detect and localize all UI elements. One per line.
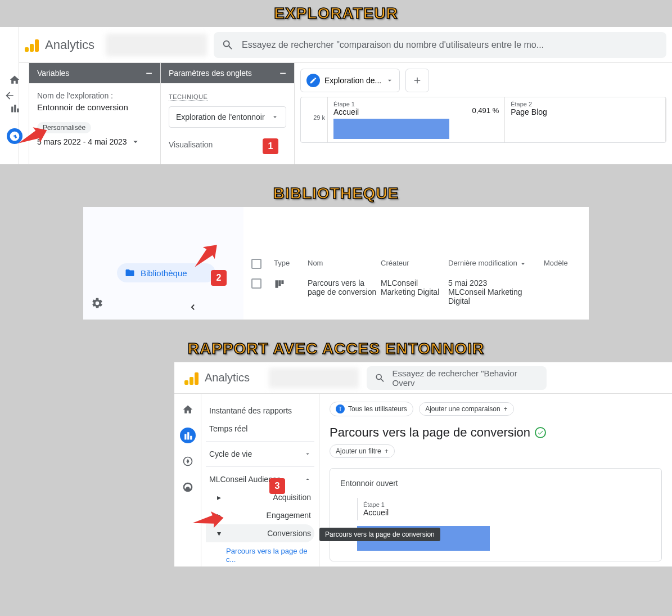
col-type[interactable]: Type [274, 259, 308, 271]
app-name: Analytics [205, 371, 250, 384]
search-input[interactable]: Essayez de rechercher "comparaison du no… [214, 32, 666, 58]
chevron-left-icon [187, 302, 199, 313]
search-placeholder: Essayez de rechercher "Behavior Overv [393, 368, 539, 388]
nav-reports[interactable] [180, 428, 196, 443]
nav-home[interactable] [7, 72, 22, 88]
pill-add-filter[interactable]: Ajouter un filtre+ [330, 444, 395, 458]
search-placeholder: Essayez de rechercher "comparaison du no… [242, 40, 544, 50]
col-modified[interactable]: Dernière modification [448, 259, 544, 271]
gear-icon [91, 297, 103, 309]
settings-button[interactable] [91, 297, 103, 312]
funnel-yaxis: 29 k [301, 97, 328, 142]
section-title-bibliotheque: BIBLIOTHEQUE [0, 180, 672, 207]
variables-header[interactable]: Variables− [29, 63, 160, 83]
minimize-icon[interactable]: − [279, 70, 286, 76]
edit-icon [306, 74, 320, 87]
reports-menu: Instantané des rapports Temps réel Cycle… [201, 394, 319, 566]
target-icon [182, 482, 193, 493]
funnel-step-1[interactable]: Étape 1 Accueil 0,491 % [328, 97, 505, 142]
verified-icon [535, 427, 546, 438]
report-title: Parcours vers la page de conversion [330, 425, 662, 440]
row-modified: 5 mai 2023MLConseil Marketing Digital [448, 278, 544, 305]
folder-icon [125, 268, 135, 278]
account-selector-blurred[interactable] [106, 34, 207, 56]
col-name[interactable]: Nom [308, 259, 381, 271]
funnel-step-1[interactable]: Étape 1 Accueil [357, 498, 651, 520]
menu-realtime[interactable]: Temps réel [206, 420, 314, 438]
technique-label: TECHNIQUE [169, 93, 208, 101]
menu-snapshot[interactable]: Instantané des rapports [206, 402, 314, 420]
menu-lifecycle[interactable]: Cycle de vie [206, 445, 314, 463]
home-icon [9, 74, 20, 86]
library-main: +Créer u Type Nom Créateur Dernière modi… [243, 207, 589, 320]
pill-all-users[interactable]: TTous les utilisateurs [330, 402, 413, 416]
t-badge-icon: T [336, 404, 345, 413]
library-sidebar: Bibliothèque 2 [83, 207, 243, 320]
funnel-chart: 29 k Étape 1 Accueil 0,491 % Étape 2 Pag… [300, 97, 666, 143]
menu-parcours[interactable]: Parcours vers la page de c... [206, 542, 314, 566]
row-name: Parcours vers la page de conversion [308, 278, 381, 305]
plus-icon: + [504, 405, 508, 413]
nav-explore[interactable] [180, 453, 196, 469]
chevron-down-icon [386, 77, 394, 84]
technique-dropdown[interactable]: Exploration de l'entonnoir [169, 106, 286, 128]
col-model[interactable]: Modèle [544, 259, 589, 271]
plus-icon: + [385, 447, 389, 455]
nav-advertising[interactable] [180, 479, 196, 495]
exploration-name-label: Nom de l'exploration : [37, 91, 152, 100]
collapse-button[interactable] [187, 302, 199, 315]
section-title-rapport: RAPPORT AVEC ACCES ENTONNOIR [0, 335, 672, 362]
minimize-icon[interactable]: − [146, 70, 152, 76]
arrow-down-icon [519, 260, 527, 268]
nav-home[interactable] [180, 402, 196, 417]
funnel-step-2[interactable]: Étape 2 Page Blog [505, 97, 666, 142]
row-creator: MLConseil Marketing Digital [381, 278, 448, 305]
tooltip: Parcours vers la page de conversion [319, 528, 440, 541]
variables-panel: Variables− Nom de l'exploration : Entonn… [29, 63, 161, 164]
pill-add-comparison[interactable]: Ajouter une comparaison+ [419, 402, 513, 416]
panel-bibliotheque: Bibliothèque 2 +Créer u Type Nom Créateu… [83, 207, 589, 320]
funnel-card-title: Entonnoir ouvert [340, 479, 651, 488]
chevron-down-icon [130, 137, 141, 147]
col-creator[interactable]: Créateur [381, 259, 448, 271]
app-name: Analytics [45, 38, 94, 52]
left-nav [0, 63, 29, 164]
chevron-down-icon [271, 113, 279, 121]
menu-acquisition[interactable]: ▸ Acquisition [206, 488, 314, 506]
tab-settings-panel: Paramètres des onglets− TECHNIQUE Explor… [161, 63, 295, 164]
select-all-checkbox[interactable] [251, 259, 261, 269]
add-tab-button[interactable] [405, 69, 429, 92]
chevron-down-icon [304, 451, 311, 457]
panel-explorateur: Analytics Essayez de rechercher "compara… [0, 27, 672, 164]
bar-chart-icon [9, 102, 20, 114]
exploration-canvas: Exploration de... 29 k Étape 1 Accueil 0… [295, 63, 672, 164]
table-row[interactable]: Parcours vers la page de conversion MLCo… [251, 275, 589, 305]
plus-icon [412, 75, 422, 86]
row-checkbox[interactable] [251, 278, 261, 289]
ga-logo-icon [24, 37, 39, 53]
bar-chart-icon [182, 430, 193, 441]
nav-reports[interactable] [7, 100, 22, 116]
explore-icon [182, 456, 193, 467]
annotation-badge-3: 3 [269, 478, 285, 494]
funnel-type-icon [274, 278, 285, 290]
search-icon [375, 372, 386, 384]
panel-rapport: Analytics Essayez de rechercher "Behavio… [174, 362, 672, 566]
chevron-up-icon [304, 476, 311, 483]
tab-settings-header[interactable]: Paramètres des onglets− [161, 63, 294, 83]
account-selector-blurred[interactable] [269, 368, 359, 388]
section-title-explorateur: EXPLORATEUR [0, 0, 672, 27]
reports-table: Type Nom Créateur Dernière modification … [251, 259, 589, 305]
search-input[interactable]: Essayez de rechercher "Behavior Overv [367, 366, 547, 390]
date-range-picker[interactable]: 5 mars 2022 - 4 mai 2023 [37, 137, 152, 147]
funnel-card: Entonnoir ouvert Étape 1 Accueil [330, 468, 662, 561]
menu-audience[interactable]: MLConseil Audience [206, 470, 314, 488]
exploration-tab[interactable]: Exploration de... [300, 69, 400, 92]
exploration-name-value[interactable]: Entonnoir de conversion [37, 102, 152, 112]
annotation-badge-2: 2 [211, 270, 227, 286]
search-icon [222, 39, 234, 51]
annotation-badge-1: 1 [263, 138, 278, 154]
home-icon [182, 404, 193, 415]
ga-logo-icon [183, 370, 199, 386]
left-nav [174, 394, 201, 566]
